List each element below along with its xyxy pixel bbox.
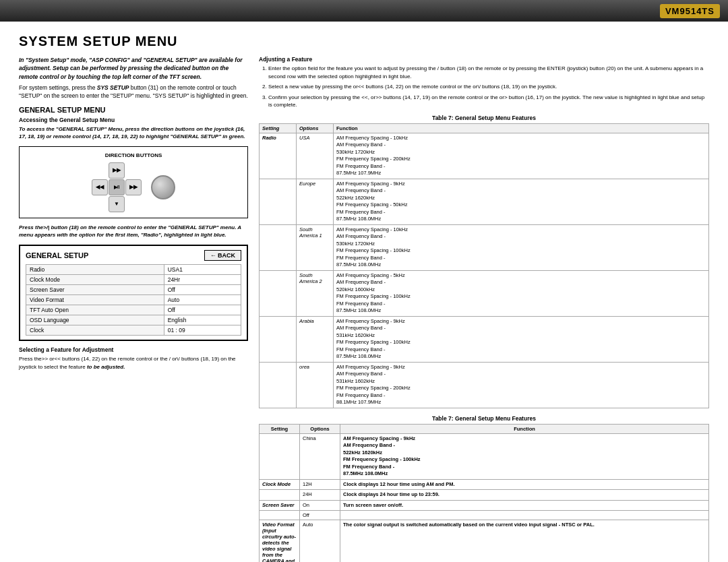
- small-table-header-function: Function: [334, 123, 709, 133]
- small-row-option: South America 1: [297, 224, 334, 270]
- back-button[interactable]: ← BACK: [204, 250, 241, 261]
- small-row-setting: [260, 270, 297, 316]
- large-row-option: China: [300, 433, 340, 479]
- large-row-function: Clock displays 24 hour time up to 23:59.: [340, 490, 709, 501]
- small-row-setting: [260, 316, 297, 362]
- large-table-section: Table 7: General Setup Menu Features Set…: [259, 415, 709, 562]
- dpad-center[interactable]: ▶/I: [109, 179, 125, 195]
- selecting-text: Press the>> or<< buttons (14, 22) on the…: [19, 355, 248, 371]
- back-label: BACK: [218, 252, 235, 259]
- intro-para2: For system settings, press the SYS SETUP…: [19, 84, 248, 100]
- adjusting-feature-list: Enter the option field for the feature y…: [259, 65, 709, 109]
- large-table: Setting Options Function China AM Freque…: [259, 424, 709, 562]
- round-knob: [151, 175, 175, 199]
- page-title: SYSTEM SETUP MENU: [19, 34, 709, 49]
- access-text: To access the "GENERAL SETUP" Menu, pres…: [19, 125, 248, 141]
- large-table-row: Off: [260, 511, 709, 520]
- gs-row-label: OSD Language: [26, 315, 164, 325]
- access-heading: Accessing the General Setup Menu: [19, 117, 248, 123]
- gs-table-row: OSD LanguageEnglish: [26, 315, 241, 325]
- dpad-right[interactable]: ▶▶: [125, 179, 142, 195]
- dpad-left[interactable]: ◀◀: [92, 179, 108, 195]
- large-table-row: Screen Saver On Turn screen saver on/off…: [260, 500, 709, 511]
- dpad: ▶▶ ◀◀ ▶/I ▶▶ ▼: [92, 162, 142, 212]
- dpad-empty-tr: [125, 162, 142, 179]
- gs-table-row: Clock Mode24Hr: [26, 274, 241, 284]
- large-row-function: Turn screen saver on/off.: [340, 500, 709, 511]
- small-row-setting: Radio: [260, 133, 297, 179]
- small-row-function: AM Frequency Spacing - 5kHz AM Frequency…: [334, 270, 709, 316]
- small-row-function: AM Frequency Spacing - 9kHz AM Frequency…: [334, 316, 709, 362]
- small-table-row: Europe AM Frequency Spacing - 9kHz AM Fr…: [260, 179, 709, 224]
- lower-left: [19, 415, 248, 562]
- large-table-caption: Table 7: General Setup Menu Features: [259, 415, 709, 422]
- gs-row-value: 01 : 09: [164, 325, 241, 335]
- small-table-caption: Table 7: General Setup Menu Features: [259, 115, 709, 121]
- small-row-setting: [260, 224, 297, 270]
- small-table-header-options: Options: [297, 123, 334, 133]
- left-column: In "System Setup" mode, "ASP CONFIG" and…: [19, 56, 248, 408]
- large-row-function: [340, 511, 709, 520]
- small-row-function: AM Frequency Spacing - 10kHz AM Frequenc…: [334, 133, 709, 179]
- dpad-down[interactable]: ▼: [109, 196, 125, 212]
- small-row-option: Arabia: [297, 316, 334, 362]
- gs-row-label: Video Format: [26, 294, 164, 305]
- gs-table-row: Clock01 : 09: [26, 325, 241, 335]
- gs-row-value: Auto: [164, 294, 241, 305]
- large-table-row: China AM Frequency Spacing - 9kHz AM Fre…: [260, 433, 709, 479]
- small-table-header-setting: Setting: [260, 123, 297, 133]
- gs-row-label: Clock: [26, 325, 164, 335]
- gs-table: RadioUSA1Clock Mode24HrScreen SaverOffVi…: [26, 264, 241, 336]
- direction-buttons-label: DIRECTION BUTTONS: [25, 152, 242, 158]
- gs-table-row: RadioUSA1: [26, 264, 241, 274]
- gs-row-value: USA1: [164, 264, 241, 274]
- intro-para1: In "System Setup" mode, "ASP CONFIG" and…: [19, 56, 248, 81]
- large-table-row: Video Format (Input circuitry auto-detec…: [260, 520, 709, 562]
- small-row-option: orea: [297, 362, 334, 408]
- large-row-option: On: [300, 500, 340, 511]
- gs-row-label: Radio: [26, 264, 164, 274]
- large-row-setting: Screen Saver: [260, 500, 300, 511]
- small-row-setting: [260, 179, 297, 224]
- right-column: Adjusting a Feature Enter the option fie…: [259, 56, 709, 408]
- gs-header: GENERAL SETUP ← BACK: [26, 250, 241, 261]
- gs-table-row: TFT Auto OpenOff: [26, 305, 241, 315]
- large-row-function: AM Frequency Spacing - 9kHz AM Frequency…: [340, 433, 709, 479]
- large-row-setting: [260, 433, 300, 479]
- large-table-h-options: Options: [300, 424, 340, 433]
- dpad-empty-tl: [92, 162, 108, 179]
- small-table-row: Radio USA AM Frequency Spacing - 10kHz A…: [260, 133, 709, 179]
- small-table-row: South America 2 AM Frequency Spacing - 5…: [260, 270, 709, 316]
- dpad-up[interactable]: ▶▶: [109, 162, 125, 179]
- large-table-h-setting: Setting: [260, 424, 300, 433]
- adjusting-step: Select a new value by pressing the or<< …: [268, 83, 709, 91]
- large-row-function: Clock displays 12 hour time using AM and…: [340, 479, 709, 490]
- small-row-option: South America 2: [297, 270, 334, 316]
- gs-table-row: Screen SaverOff: [26, 284, 241, 294]
- large-row-setting: [260, 511, 300, 520]
- gs-row-label: TFT Auto Open: [26, 305, 164, 315]
- gs-row-label: Screen Saver: [26, 284, 164, 294]
- gs-table-row: Video FormatAuto: [26, 294, 241, 305]
- large-row-function: The color signal output is switched auto…: [340, 520, 709, 562]
- dpad-empty-br: [125, 196, 142, 212]
- small-row-function: AM Frequency Spacing - 10kHz AM Frequenc…: [334, 224, 709, 270]
- small-row-option: USA: [297, 133, 334, 179]
- gs-row-value: Off: [164, 305, 241, 315]
- gs-row-value: 24Hr: [164, 274, 241, 284]
- gs-row-value: Off: [164, 284, 241, 294]
- direction-buttons-box: DIRECTION BUTTONS ▶▶ ◀◀ ▶/I ▶▶ ▼: [19, 146, 248, 218]
- press-text: Press the>/| button (18) on the remote c…: [19, 224, 248, 239]
- gs-row-value: English: [164, 315, 241, 325]
- adjusting-feature-section: Adjusting a Feature Enter the option fie…: [259, 56, 709, 109]
- gs-row-label: Clock Mode: [26, 274, 164, 284]
- dpad-empty-bl: [92, 196, 108, 212]
- large-table-row: 24H Clock displays 24 hour time up to 23…: [260, 490, 709, 501]
- small-row-setting: [260, 362, 297, 408]
- large-row-setting: Clock Mode: [260, 479, 300, 490]
- intro-text: In "System Setup" mode, "ASP CONFIG" and…: [19, 56, 248, 100]
- large-row-option: 12H: [300, 479, 340, 490]
- main-content: In "System Setup" mode, "ASP CONFIG" and…: [19, 56, 709, 408]
- selecting-heading: Selecting a Feature for Adjustment: [19, 346, 248, 353]
- header-bar: VM9514TS: [0, 0, 728, 22]
